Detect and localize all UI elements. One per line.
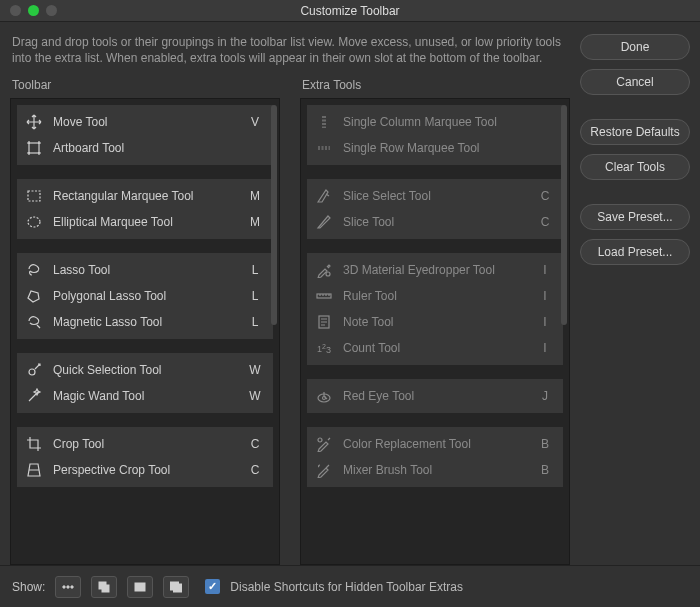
tool-label: Single Column Marquee Tool <box>343 115 537 129</box>
tool-group[interactable]: Crop ToolCPerspective Crop ToolC <box>17 427 273 487</box>
extra-tools-list[interactable]: Single Column Marquee ToolSingle Row Mar… <box>300 98 570 565</box>
tool-row[interactable]: Elliptical Marquee ToolM <box>17 209 273 235</box>
tool-shortcut: B <box>537 437 553 451</box>
tool-group[interactable]: 3D Material Eyedropper ToolIRuler ToolIN… <box>307 253 563 365</box>
persp-crop-icon <box>25 461 43 479</box>
zoom-window-button[interactable] <box>46 5 57 16</box>
svg-point-19 <box>138 585 142 589</box>
rect-marquee-icon <box>25 187 43 205</box>
tool-row[interactable]: Magic Wand ToolW <box>17 383 273 409</box>
tool-row[interactable]: Rectangular Marquee ToolM <box>17 183 273 209</box>
tool-row[interactable]: Magnetic Lasso ToolL <box>17 309 273 335</box>
tool-row[interactable]: Move ToolV <box>17 109 273 135</box>
extra-column-title: Extra Tools <box>300 74 570 98</box>
tool-row[interactable]: Quick Selection ToolW <box>17 357 273 383</box>
disable-shortcuts-checkbox[interactable]: ✓ <box>205 579 220 594</box>
done-button[interactable]: Done <box>580 34 690 60</box>
svg-point-15 <box>71 585 73 587</box>
redeye-icon <box>315 387 333 405</box>
show-foreground-background-button[interactable] <box>91 576 117 598</box>
save-preset-button[interactable]: Save Preset... <box>580 204 690 230</box>
tool-group[interactable]: Rectangular Marquee ToolMElliptical Marq… <box>17 179 273 239</box>
tool-group[interactable]: Move ToolVArtboard Tool <box>17 105 273 165</box>
tool-shortcut: W <box>247 363 263 377</box>
tool-shortcut: C <box>537 215 553 229</box>
svg-rect-17 <box>102 585 109 592</box>
tool-label: Elliptical Marquee Tool <box>53 215 247 229</box>
tool-label: Rectangular Marquee Tool <box>53 189 247 203</box>
tool-shortcut: V <box>247 115 263 129</box>
tool-group[interactable]: Single Column Marquee ToolSingle Row Mar… <box>307 105 563 165</box>
quick-sel-icon <box>25 361 43 379</box>
minimize-window-button[interactable] <box>28 5 39 16</box>
ruler-icon <box>315 287 333 305</box>
slice-sel-icon <box>315 187 333 205</box>
clear-tools-button[interactable]: Clear Tools <box>580 154 690 180</box>
tool-label: Note Tool <box>343 315 537 329</box>
svg-rect-0 <box>29 143 39 153</box>
svg-rect-1 <box>28 191 40 201</box>
tool-shortcut: B <box>537 463 553 477</box>
tool-shortcut: M <box>247 189 263 203</box>
svg-point-13 <box>63 585 65 587</box>
svg-rect-21 <box>174 584 182 592</box>
tool-row[interactable]: Crop ToolC <box>17 431 273 457</box>
window-controls <box>0 5 57 16</box>
tool-row[interactable]: Slice Select ToolC <box>307 183 563 209</box>
tool-group[interactable]: Color Replacement ToolBMixer Brush ToolB <box>307 427 563 487</box>
tool-group[interactable]: Quick Selection ToolWMagic Wand ToolW <box>17 353 273 413</box>
svg-point-4 <box>326 272 330 276</box>
col-marquee-icon <box>315 113 333 131</box>
tool-shortcut: W <box>247 389 263 403</box>
tool-label: Lasso Tool <box>53 263 247 277</box>
tool-row[interactable]: 123Count ToolI <box>307 335 563 361</box>
tool-label: Mixer Brush Tool <box>343 463 537 477</box>
count-icon: 123 <box>315 339 333 357</box>
tool-row[interactable]: Note ToolI <box>307 309 563 335</box>
scrollbar[interactable] <box>561 105 567 325</box>
tool-shortcut: L <box>247 315 263 329</box>
show-options-button[interactable] <box>55 576 81 598</box>
tool-row[interactable]: Red Eye ToolJ <box>307 383 563 409</box>
tool-row[interactable]: Mixer Brush ToolB <box>307 457 563 483</box>
restore-defaults-button[interactable]: Restore Defaults <box>580 119 690 145</box>
svg-point-3 <box>29 369 35 375</box>
cancel-button[interactable]: Cancel <box>580 69 690 95</box>
tool-row[interactable]: 3D Material Eyedropper ToolI <box>307 257 563 283</box>
color-replace-icon <box>315 435 333 453</box>
show-screenmode-button[interactable] <box>163 576 189 598</box>
tool-label: Red Eye Tool <box>343 389 537 403</box>
tool-group[interactable]: Red Eye ToolJ <box>307 379 563 413</box>
tool-row[interactable]: Ruler ToolI <box>307 283 563 309</box>
scrollbar[interactable] <box>271 105 277 325</box>
tool-row[interactable]: Single Row Marquee Tool <box>307 135 563 161</box>
tool-row[interactable]: Lasso ToolL <box>17 257 273 283</box>
tool-row[interactable]: Perspective Crop ToolC <box>17 457 273 483</box>
note-icon <box>315 313 333 331</box>
poly-lasso-icon <box>25 287 43 305</box>
tool-shortcut: C <box>537 189 553 203</box>
tool-row[interactable]: Artboard Tool <box>17 135 273 161</box>
tool-group[interactable]: Lasso ToolLPolygonal Lasso ToolLMagnetic… <box>17 253 273 339</box>
tool-group[interactable]: Slice Select ToolCSlice ToolC <box>307 179 563 239</box>
tool-label: Move Tool <box>53 115 247 129</box>
mixer-icon <box>315 461 333 479</box>
close-window-button[interactable] <box>10 5 21 16</box>
svg-point-2 <box>28 217 40 227</box>
tool-shortcut: C <box>247 463 263 477</box>
tool-label: Perspective Crop Tool <box>53 463 247 477</box>
tool-shortcut: L <box>247 263 263 277</box>
tool-row[interactable]: Color Replacement ToolB <box>307 431 563 457</box>
toolbar-column-title: Toolbar <box>10 74 280 98</box>
show-quickmask-button[interactable] <box>127 576 153 598</box>
side-buttons: Done Cancel Restore Defaults Clear Tools… <box>580 32 690 565</box>
tool-row[interactable]: Polygonal Lasso ToolL <box>17 283 273 309</box>
slice-icon <box>315 213 333 231</box>
svg-text:3: 3 <box>326 345 331 355</box>
tool-row[interactable]: Single Column Marquee Tool <box>307 109 563 135</box>
tool-row[interactable]: Slice ToolC <box>307 209 563 235</box>
move-icon <box>25 113 43 131</box>
load-preset-button[interactable]: Load Preset... <box>580 239 690 265</box>
toolbar-list[interactable]: Move ToolVArtboard ToolRectangular Marqu… <box>10 98 280 565</box>
dropper-3d-icon <box>315 261 333 279</box>
